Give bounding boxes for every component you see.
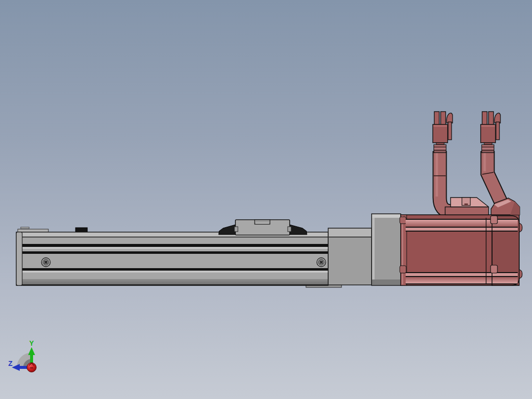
power-connector-body xyxy=(433,124,448,143)
carriage-notch-lip xyxy=(256,223,269,224)
motor-flange-tab-bottom xyxy=(400,266,406,273)
slide-carriage[interactable] xyxy=(219,220,307,235)
encoder-connector-strain-relief xyxy=(482,145,494,153)
origin-triad: Y Z xyxy=(8,339,37,372)
carriage-clip-right xyxy=(288,227,291,232)
rail-groove-2 xyxy=(22,251,328,254)
coupling-left-highlight xyxy=(372,218,375,279)
encoder-connector-body xyxy=(481,124,495,143)
power-connector-latch-head xyxy=(447,113,453,123)
carriage-wiper-left xyxy=(219,225,235,235)
z-axis-label: Z xyxy=(8,359,13,367)
rail-light-2 xyxy=(22,271,328,273)
x-axis-ball xyxy=(27,363,37,372)
encoder-connector-latch-bar xyxy=(496,122,499,140)
rail-body xyxy=(16,232,328,285)
end-plate[interactable] xyxy=(328,228,372,285)
encoder-connector-prong-left xyxy=(482,112,487,125)
rail-light-1 xyxy=(22,247,328,249)
servo-motor[interactable] xyxy=(400,215,522,285)
terminal-box[interactable] xyxy=(445,198,489,215)
cad-viewport[interactable]: Y Z xyxy=(0,0,532,399)
power-connector-prong-right xyxy=(441,112,446,125)
rail-groove-1 xyxy=(22,244,328,247)
coupling-top-band xyxy=(372,214,400,218)
y-axis-label: Y xyxy=(29,339,34,347)
encoder-cable[interactable] xyxy=(482,151,501,202)
rail-bottom-line xyxy=(16,284,328,285)
rail-groove-3 xyxy=(22,268,328,271)
rail-end-cap-left xyxy=(16,232,22,285)
power-connector-prong-left xyxy=(434,112,439,125)
terminal-box-band xyxy=(445,207,489,215)
carriage-clip-left xyxy=(234,227,238,232)
encoder-connector-latch-head xyxy=(494,113,500,123)
coupling-bottom-band xyxy=(372,279,400,285)
encoder-connector-body-lip xyxy=(481,125,495,127)
power-connector-neck xyxy=(436,143,444,145)
motor-clip-bottom xyxy=(491,265,497,273)
power-connector-body-lip xyxy=(433,125,447,127)
end-plate-top-line xyxy=(329,237,371,238)
encoder-connector-prong-right xyxy=(489,112,494,125)
rail-flange-line xyxy=(17,237,328,238)
rail-top-lip xyxy=(21,227,29,229)
motor-flange-tab-top xyxy=(400,217,406,224)
power-cable[interactable] xyxy=(434,151,453,211)
motor-ridge-top xyxy=(406,219,518,232)
linear-rail[interactable] xyxy=(16,227,328,285)
rail-bottom-band xyxy=(17,279,328,285)
rail-screw-right[interactable] xyxy=(317,258,326,267)
coupling-body xyxy=(372,214,401,285)
power-connector-strain-relief xyxy=(434,145,446,153)
terminal-box-notch-mark xyxy=(464,203,468,205)
motor-clip-top xyxy=(491,216,497,224)
carriage-wiper-right xyxy=(290,225,307,235)
motor-flange-highlight xyxy=(402,216,403,284)
power-connector[interactable] xyxy=(433,112,453,153)
motor-ridge-bottom xyxy=(406,272,518,284)
encoder-connector[interactable] xyxy=(481,112,500,153)
coupling-housing[interactable] xyxy=(372,214,401,285)
power-connector-latch-bar xyxy=(448,122,452,140)
encoder-connector-neck xyxy=(484,143,492,145)
end-plate-top-band xyxy=(329,229,371,237)
rail-screw-left[interactable] xyxy=(41,258,50,267)
